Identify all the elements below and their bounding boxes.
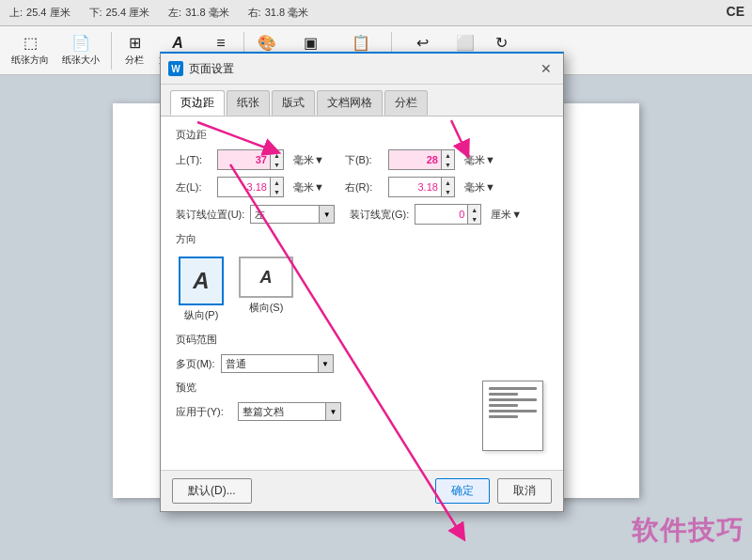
multiple-pages-value: 普通 [222, 357, 318, 371]
bottom-spin-up[interactable]: ▲ [441, 150, 454, 160]
right-spin-up[interactable]: ▲ [441, 178, 454, 187]
right-input-group: ▲ ▼ [388, 177, 455, 197]
gutter-width-input[interactable] [415, 205, 467, 224]
direction-buttons: A 纵向(P) A 横向(S) [176, 254, 548, 325]
bottom-label: 下(B): [345, 153, 383, 167]
footer-right-buttons: 确定 取消 [435, 478, 552, 504]
apply-to-value: 整篇文档 [239, 405, 325, 419]
right-label: 右(R): [345, 180, 383, 194]
ok-button[interactable]: 确定 [435, 478, 490, 504]
page-range-section: 页码范围 多页(M): 普通 ▼ [176, 333, 548, 373]
bottom-spinbox: ▲ ▼ [441, 150, 454, 169]
left-spinbox: ▲ ▼ [270, 178, 283, 196]
tab-doc-grid[interactable]: 文档网格 [317, 90, 383, 116]
top-spin-down[interactable]: ▼ [270, 160, 283, 169]
top-spin-up[interactable]: ▲ [270, 150, 283, 160]
dialog-close-button[interactable]: ✕ [537, 59, 556, 78]
tab-layout[interactable]: 版式 [272, 90, 315, 116]
gutter-width-unit: 厘米▼ [491, 208, 522, 222]
portrait-label: 纵向(P) [184, 308, 219, 322]
dialog-titlebar: W 页面设置 ✕ [161, 54, 563, 85]
portrait-button[interactable]: A 纵向(P) [176, 254, 227, 325]
margin-left-row: 左(L): ▲ ▼ 毫米▼ 右(R): ▲ ▼ 毫 [176, 177, 548, 197]
gutter-width-label: 装订线宽(G): [350, 208, 409, 222]
portrait-icon: A [179, 257, 224, 305]
multiple-pages-row: 多页(M): 普通 ▼ [176, 354, 548, 373]
margin-top-row: 上(T): ▲ ▼ 毫米▼ 下(B): ▲ ▼ 毫 [176, 149, 548, 170]
tab-paper[interactable]: 纸张 [227, 90, 270, 116]
landscape-icon: A [239, 257, 293, 298]
left-spin-down[interactable]: ▼ [270, 187, 283, 196]
gutter-spin-down[interactable]: ▼ [467, 214, 480, 224]
apply-to-dropdown[interactable]: 整篇文档 ▼ [238, 402, 341, 421]
left-input[interactable] [218, 178, 270, 196]
apply-to-arrow-icon[interactable]: ▼ [325, 403, 340, 420]
cancel-button[interactable]: 取消 [497, 478, 552, 504]
default-button[interactable]: 默认(D)... [172, 478, 252, 504]
preview-line-3 [489, 398, 537, 401]
preview-line-4 [489, 404, 518, 407]
landscape-button[interactable]: A 横向(S) [236, 254, 296, 325]
bottom-input-group: ▲ ▼ [388, 149, 455, 170]
preview-section: 预览 应用于(Y): 整篇文档 ▼ [176, 381, 548, 451]
bottom-spin-down[interactable]: ▼ [441, 160, 454, 169]
apply-to-label: 应用于(Y): [176, 405, 232, 419]
page-setup-dialog: W 页面设置 ✕ 页边距 纸张 版式 文档网格 分栏 页边距 上(T): [160, 52, 564, 512]
dialog-footer: 默认(D)... 确定 取消 [161, 470, 563, 511]
tab-page-margin[interactable]: 页边距 [170, 90, 225, 116]
left-unit: 毫米▼ [293, 180, 324, 194]
margin-section-title: 页边距 [176, 128, 548, 142]
right-unit: 毫米▼ [464, 180, 495, 194]
gutter-row: 装订线位置(U): 左 ▼ 装订线宽(G): ▲ ▼ 厘米▼ [176, 204, 548, 225]
multiple-pages-dropdown[interactable]: 普通 ▼ [221, 354, 334, 373]
gutter-width-spinbox: ▲ ▼ [467, 205, 480, 224]
preview-line-5 [489, 410, 537, 412]
gutter-pos-dropdown[interactable]: 左 ▼ [250, 205, 335, 224]
tab-columns[interactable]: 分栏 [384, 90, 428, 116]
landscape-label: 横向(S) [249, 301, 284, 315]
preview-left: 预览 应用于(Y): 整篇文档 ▼ [176, 381, 467, 428]
page-range-title: 页码范围 [176, 333, 548, 347]
bottom-input[interactable] [389, 150, 441, 169]
direction-section: 方向 A 纵向(P) A 横向(S) [176, 232, 548, 325]
gutter-pos-arrow-icon[interactable]: ▼ [319, 206, 334, 223]
dialog-tabs: 页边距 纸张 版式 文档网格 分栏 [161, 85, 563, 117]
left-label: 左(L): [176, 180, 212, 194]
dialog-title-left: W 页面设置 [168, 61, 234, 77]
gutter-width-input-group: ▲ ▼ [415, 204, 481, 225]
dialog-title-icon: W [168, 61, 183, 76]
top-input-group: ▲ ▼ [217, 149, 284, 170]
preview-right [482, 381, 548, 451]
bottom-unit: 毫米▼ [464, 153, 495, 167]
dialog-content: 页边距 上(T): ▲ ▼ 毫米▼ 下(B): ▲ ▼ [161, 117, 563, 470]
preview-line-2 [489, 393, 518, 396]
top-spinbox: ▲ ▼ [270, 150, 283, 169]
dialog-overlay: W 页面设置 ✕ 页边距 纸张 版式 文档网格 分栏 页边距 上(T): [0, 0, 752, 560]
top-unit: 毫米▼ [293, 153, 324, 167]
preview-line-1 [489, 387, 537, 390]
preview-document [482, 381, 543, 451]
top-label: 上(T): [176, 153, 212, 167]
preview-title: 预览 [176, 381, 467, 395]
dialog-title-text: 页面设置 [189, 61, 234, 77]
left-input-group: ▲ ▼ [217, 177, 284, 197]
right-spinbox: ▲ ▼ [441, 178, 454, 196]
gutter-pos-value: 左 [251, 208, 319, 222]
apply-to-row: 应用于(Y): 整篇文档 ▼ [176, 402, 467, 421]
preview-line-6 [489, 415, 518, 418]
multiple-pages-arrow-icon[interactable]: ▼ [318, 355, 333, 372]
top-input[interactable] [218, 150, 270, 169]
direction-section-title: 方向 [176, 232, 548, 246]
multiple-label: 多页(M): [176, 357, 215, 371]
right-input[interactable] [389, 178, 441, 196]
gutter-spin-up[interactable]: ▲ [467, 205, 480, 214]
left-spin-up[interactable]: ▲ [270, 178, 283, 187]
gutter-pos-label: 装订线位置(U): [176, 208, 244, 222]
right-spin-down[interactable]: ▼ [441, 187, 454, 196]
